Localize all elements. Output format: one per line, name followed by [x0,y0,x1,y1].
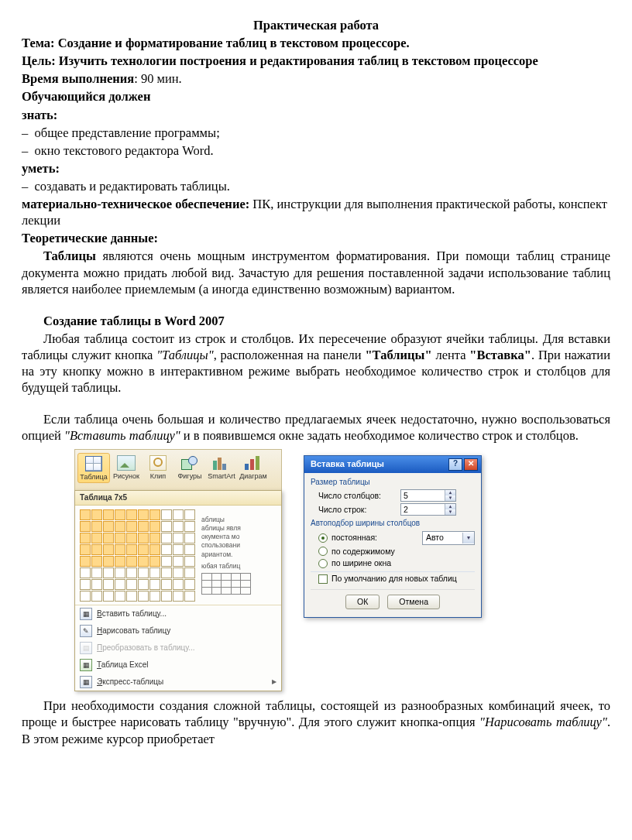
excel-icon: ▦ [80,659,92,671]
menu-draw-table[interactable]: ✎Нарисовать таблицу [75,622,281,639]
rows-label: Число строк: [318,505,396,515]
ribbon-label: Фигуры [177,473,201,480]
resources-label: материально-техническое обеспечение: [22,197,249,211]
ribbon-label: Диаграм [239,473,267,480]
menu-quick-tables[interactable]: ▦Экспресс-таблицы▶ [75,674,281,691]
dialog-window: Вставка таблицы ? ✕ Размер таблицы Число… [304,455,482,619]
ribbon-smartart-button[interactable]: SmartArt [206,453,237,483]
time-label: Время выполнения [22,71,134,86]
section-heading: Создание таблицы в Word 2007 [22,313,610,329]
chevron-down-icon: ▾ [462,533,474,543]
group-size-label: Размер таблицы [311,478,475,488]
rows-input[interactable] [401,504,445,515]
p4-b: "Нарисовать таблицу" [479,715,607,729]
ribbon-insert-tab: Таблица Рисунок Клип Фигуры SmartArt Диа… [74,449,282,491]
rows-spinner[interactable]: ▲▼ [400,503,456,516]
clip-icon [149,454,167,471]
p1-body: являются очень мощным инструментом форма… [22,249,610,296]
paragraph-4: При необходимости создания сложной табли… [22,698,610,746]
ribbon-label: Таблица [80,474,107,481]
cols-spinner[interactable]: ▲▼ [400,489,456,502]
close-button[interactable]: ✕ [464,458,478,471]
can-item: создавать и редактировать таблицы. [22,178,610,194]
radio-window[interactable]: по ширине окна [318,558,475,568]
ribbon-label: SmartArt [208,473,235,480]
doc-line: аблицы [201,516,251,524]
dialog-title: Вставка таблицы [311,458,384,469]
menu-label: Нарисовать таблицу [97,626,170,636]
group-autofit-label: Автоподбор ширины столбцов [311,519,475,529]
menu-label: Таблица Excel [97,660,148,670]
table-size-grid[interactable] [80,509,195,602]
word-ribbon-figure: Таблица Рисунок Клип Фигуры SmartArt Диа… [74,449,282,692]
table-icon [84,455,103,472]
checkbox-label: По умолчанию для новых таблиц [331,574,457,584]
flyout-menu: ▦Вставить таблицу... ✎Нарисовать таблицу… [75,605,281,691]
p2-c: , расположенная на панели [214,348,366,362]
goal-line: Цель: Изучить технологии построения и ре… [22,53,610,69]
dialog-titlebar: Вставка таблицы ? ✕ [304,456,481,473]
spin-up-icon[interactable]: ▲ [445,504,455,509]
cancel-button[interactable]: Отмена [387,595,440,609]
menu-excel-table[interactable]: ▦Таблица Excel [75,657,281,674]
ok-button[interactable]: ОК [345,595,380,609]
radio-icon [318,533,328,543]
goal-label: Цель: [22,53,56,68]
dialog-body: Размер таблицы Число столбцов: ▲▼ Число … [304,473,481,618]
spin-down-icon[interactable]: ▼ [445,495,455,501]
fixed-width-combo[interactable]: Авто▾ [422,531,475,544]
doc-preview: аблицы аблицы явля окумента мо спользова… [201,509,251,602]
cols-label: Число столбцов: [318,491,396,501]
topic-label: Тема: [22,36,55,50]
grid-icon: ▦ [80,608,92,620]
p3-b: "Вставить таблицу" [64,428,180,443]
figures-row: Таблица Рисунок Клип Фигуры SmartArt Диа… [74,449,610,692]
spin-down-icon[interactable]: ▼ [445,509,455,515]
menu-insert-table[interactable]: ▦Вставить таблицу... [75,605,281,622]
time-value: : 90 мин. [134,71,182,86]
doc-line: аблицы явля [201,524,251,533]
doc-line: спользовани [201,541,251,550]
doc-line: окумента мо [201,533,251,541]
doc-line: юбая таблиц [201,562,251,571]
paragraph-2: Любая таблица состоит из строк и столбцо… [22,331,610,396]
ribbon-label: Клип [150,473,166,480]
know-label: знать: [22,107,610,123]
table-flyout: Таблица 7x5 аблицы аблицы явля окумента … [74,490,282,692]
smartart-icon [212,454,231,471]
default-checkbox[interactable]: По умолчанию для новых таблиц [318,574,475,584]
insert-table-dialog-figure: Вставка таблицы ? ✕ Размер таблицы Число… [304,455,482,619]
radio-fixed[interactable]: постоянная: Авто▾ [318,531,475,544]
resources-line: материально-техническое обеспечение: ПК,… [22,196,610,228]
combo-value: Авто [423,532,462,543]
checkbox-icon [318,574,328,584]
spin-up-icon[interactable]: ▲ [445,490,455,495]
p2-f: "Вставка" [469,348,531,362]
quick-icon: ▦ [80,676,92,688]
document-title: Практическая работа [22,17,610,33]
radio-icon [318,547,328,556]
convert-icon: ▤ [80,642,92,654]
picture-icon [117,454,136,471]
help-button[interactable]: ? [448,458,462,471]
ribbon-chart-button[interactable]: Диаграм [238,453,269,483]
ribbon-shapes-button[interactable]: Фигуры [174,453,205,483]
paragraph-1: Таблицы являются очень мощным инструмент… [22,248,610,297]
menu-label: Вставить таблицу... [97,609,167,619]
radio-label: по ширине окна [331,558,391,568]
p3-c: и в появившемся окне задать необходимое … [180,428,579,443]
topic-line: Тема: Создание и форматирование таблиц в… [22,35,610,51]
time-line: Время выполнения: 90 мин. [22,70,610,87]
know-item: окно текстового редактора Word. [22,142,610,159]
pencil-icon: ✎ [80,625,92,637]
know-item: общее представление программы; [22,125,610,141]
ribbon-clip-button[interactable]: Клип [143,453,173,483]
cols-input[interactable] [401,490,445,501]
ribbon-picture-button[interactable]: Рисунок [111,453,142,483]
radio-contents[interactable]: по содержимому [318,547,475,557]
menu-label: Преобразовать в таблицу... [97,643,195,653]
ribbon-table-button[interactable]: Таблица [77,453,110,483]
menu-convert-table: ▤Преобразовать в таблицу... [75,639,281,657]
shapes-icon [180,454,199,471]
chevron-right-icon: ▶ [272,678,276,686]
